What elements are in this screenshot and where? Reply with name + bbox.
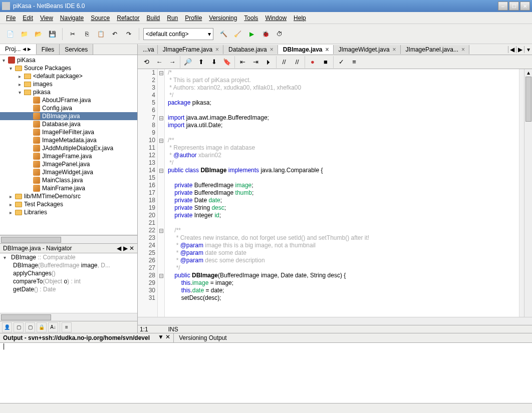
tab-scroll-right[interactable]: ▶ (516, 46, 524, 53)
fold-toggle-icon[interactable]: ⊟ (158, 114, 164, 122)
tree-file[interactable]: DBImage.java (0, 112, 137, 120)
editor-tab[interactable]: DBImage.java× (278, 45, 334, 54)
close-button[interactable]: ✕ (520, 2, 530, 11)
tree-toggle-icon[interactable]: ▸ (8, 194, 13, 199)
tree-file[interactable]: JImageWidget.java (0, 168, 137, 176)
shift-left-button[interactable]: ⇤ (237, 57, 248, 68)
clean-build-button[interactable]: 🧹 (231, 28, 243, 40)
scrollbar-thumb[interactable] (1, 314, 51, 320)
editor-tab[interactable]: Database.java× (223, 45, 278, 54)
find-selection-button[interactable]: 🔎 (182, 57, 193, 68)
tree-file[interactable]: ImageFileFilter.java (0, 128, 137, 136)
close-icon[interactable]: × (269, 46, 275, 53)
menu-view[interactable]: View (37, 14, 56, 23)
tree-toggle-icon[interactable]: ▾ (17, 90, 22, 95)
tree-toggle-icon[interactable]: ▾ (8, 66, 13, 71)
tree-file[interactable]: MainFrame.java (0, 184, 137, 192)
menu-navigate[interactable]: Navigate (57, 14, 87, 23)
tree-file[interactable]: JImageFrame.java (0, 152, 137, 160)
tree-toggle-icon[interactable]: ▸ (17, 74, 22, 79)
menu-source[interactable]: Source (88, 14, 113, 23)
next-bookmark-button[interactable]: ⬇ (208, 57, 219, 68)
nav-member[interactable]: compareTo(Object o) : int (0, 277, 137, 285)
scroll-up-icon[interactable]: ▴ (524, 69, 532, 76)
profile-button[interactable]: ⏱ (274, 28, 286, 40)
menu-run[interactable]: Run (164, 14, 181, 23)
cut-button[interactable]: ✂ (67, 28, 79, 40)
h-scrollbar[interactable] (0, 235, 137, 243)
editor-tab[interactable]: JImagePanel.java...× (401, 45, 469, 54)
build-button[interactable]: 🔨 (217, 28, 229, 40)
fold-toggle-icon[interactable]: ⊟ (158, 167, 164, 174)
new-project-button[interactable]: 📁 (18, 28, 30, 40)
tree-toggle-icon[interactable]: ▸ (8, 210, 13, 215)
close-icon[interactable]: × (460, 46, 466, 53)
fold-gutter[interactable]: ⊟⊟⊟⊟⊟⊟ (158, 69, 165, 317)
tree-toggle-icon[interactable]: ▸ (8, 202, 13, 207)
tab-projects[interactable]: Proj... ◀ ▶ (0, 44, 37, 55)
code-body[interactable]: /* * This is part of piKasa project. * A… (165, 69, 519, 317)
tab-files[interactable]: Files (37, 44, 60, 55)
scrollbar-thumb[interactable] (1, 237, 61, 243)
nav-filter-button[interactable]: 👤 (2, 322, 12, 332)
undo-button[interactable]: ↶ (109, 28, 121, 40)
paste-button[interactable]: 📋 (95, 28, 107, 40)
nav-filter-button[interactable]: ▢ (14, 322, 24, 332)
tree-file[interactable]: AboutJFrame.java (0, 96, 137, 104)
menu-tools[interactable]: Tools (241, 14, 261, 23)
run-button[interactable]: ▶ (245, 28, 257, 40)
comment-button[interactable]: // (279, 57, 290, 68)
tab-versioning-output[interactable]: Versioning Output (173, 333, 231, 342)
fold-toggle-icon[interactable]: ⊟ (158, 272, 164, 279)
editor-tab[interactable]: JImageFrame.java× (158, 45, 223, 54)
tree-toggle-icon[interactable]: ▸ (17, 82, 22, 87)
macro-button[interactable]: ⏵ (263, 57, 274, 68)
tab-services[interactable]: Services (60, 44, 93, 55)
menu-file[interactable]: File (3, 14, 19, 23)
tree-node[interactable]: ▸ images (0, 80, 137, 88)
h-scrollbar[interactable] (138, 317, 532, 325)
debug-button[interactable]: 🐞 (259, 28, 272, 40)
record-button[interactable]: ● (307, 57, 318, 68)
panel-controls[interactable]: ◀ ▶ ✕ (117, 245, 134, 252)
nav-filter-button[interactable]: A↓ (48, 322, 58, 332)
menu-window[interactable]: Window (262, 14, 290, 23)
tree-root[interactable]: ▾ piKasa (0, 56, 137, 64)
navigator-body[interactable]: ▾ DBImage :: Comparable DBImage(Buffered… (0, 253, 137, 313)
scrollbar-thumb[interactable] (525, 77, 531, 122)
nav-member[interactable]: applyChanges() (0, 269, 137, 277)
tree-file[interactable]: JImagePanel.java (0, 160, 137, 168)
tree-node[interactable]: ▾ Source Packages (0, 64, 137, 72)
fold-toggle-icon[interactable]: ⊟ (158, 137, 164, 144)
output-controls[interactable]: ▼ ✕ (155, 333, 173, 342)
nav-member[interactable]: DBImage(BufferedImage image, D... (0, 261, 137, 269)
menu-profile[interactable]: Profile (182, 14, 205, 23)
v-scrollbar[interactable]: ▴ (524, 69, 532, 317)
prev-bookmark-button[interactable]: ⬆ (195, 57, 206, 68)
tab-scroll-left[interactable]: ◀ (508, 46, 516, 53)
nav-member[interactable]: getDate() : Date (0, 285, 137, 293)
last-edit-button[interactable]: ⟲ (141, 57, 152, 68)
nav-filter-button[interactable]: ▢ (25, 322, 35, 332)
tree-node[interactable]: ▸ lib/MMTimeDemo/src (0, 192, 137, 200)
tree-file[interactable]: ImageMetadata.java (0, 136, 137, 144)
uncomment-button[interactable]: // (292, 57, 303, 68)
nav-filter-button[interactable]: 🔒 (37, 322, 47, 332)
project-tree[interactable]: ▾ piKasa ▾ Source Packages ▸ <default pa… (0, 55, 137, 235)
nav-filter-button[interactable]: ≡ (62, 322, 72, 332)
tree-file[interactable]: MainClass.java (0, 176, 137, 184)
tree-node[interactable]: ▾ pikasa (0, 88, 137, 96)
fold-toggle-icon[interactable]: ⊟ (158, 227, 164, 234)
back-button[interactable]: ← (154, 57, 165, 68)
maximize-button[interactable]: ☐ (509, 2, 519, 11)
forward-button[interactable]: → (167, 57, 178, 68)
check-button[interactable]: ✓ (336, 57, 347, 68)
close-icon[interactable]: × (325, 46, 330, 53)
close-icon[interactable]: × (214, 46, 220, 53)
diff-button[interactable]: ≡ (349, 57, 360, 68)
tree-toggle-icon[interactable]: ▾ (1, 58, 6, 63)
new-file-button[interactable]: 📄 (4, 28, 16, 40)
tree-node[interactable]: ▸ Libraries (0, 208, 137, 216)
menu-refactor[interactable]: Refactor (114, 14, 142, 23)
toggle-bookmark-button[interactable]: 🔖 (221, 57, 232, 68)
